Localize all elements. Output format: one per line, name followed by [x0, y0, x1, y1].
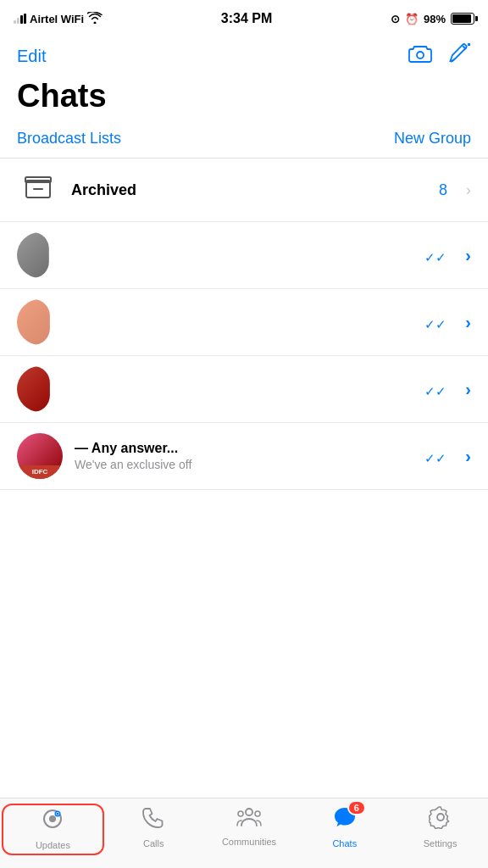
tab-label-chats: Chats — [332, 838, 357, 849]
settings-icon — [429, 805, 452, 835]
chats-icon: 6 — [332, 805, 358, 835]
chat-meta: ✓✓ — [424, 446, 446, 466]
chevron-icon: › — [465, 447, 471, 466]
chat-preview — [75, 392, 413, 405]
carrier-label: Airtel WiFi — [30, 13, 84, 25]
title-section: Chats — [0, 75, 488, 123]
header: Edit — [0, 37, 488, 75]
chat-meta: ✓✓ — [424, 245, 446, 265]
svg-point-13 — [437, 814, 444, 821]
tab-bar: Updates Calls Communities — [0, 798, 488, 868]
ring-icon: ⊙ — [391, 13, 400, 25]
updates-icon — [41, 807, 64, 837]
chat-name — [75, 239, 413, 256]
chat-info — [75, 373, 413, 405]
avatar — [17, 232, 63, 278]
page-title: Chats — [17, 78, 471, 114]
calls-icon — [141, 805, 165, 835]
chat-preview — [75, 325, 413, 338]
tab-item-settings[interactable]: Settings — [392, 805, 488, 849]
chat-item[interactable]: IDFC — Any answer... We've an exclusive … — [0, 423, 488, 490]
tab-item-chats[interactable]: 6 Chats — [297, 805, 392, 849]
chat-info: — Any answer... We've an exclusive off — [75, 441, 413, 471]
svg-point-9 — [57, 813, 59, 815]
status-time: 3:34 PM — [221, 11, 272, 26]
tab-item-calls[interactable]: Calls — [106, 805, 202, 849]
communities-icon — [236, 805, 262, 833]
svg-point-0 — [417, 52, 424, 58]
chat-info — [75, 306, 413, 338]
chats-badge: 6 — [347, 800, 366, 815]
double-tick-icon: ✓✓ — [424, 384, 446, 399]
tab-item-updates[interactable]: Updates — [2, 804, 104, 855]
status-bar: Airtel WiFi 3:34 PM ⊙ ⏰ 98% — [0, 0, 488, 37]
tab-label-communities: Communities — [222, 837, 276, 847]
tab-label-settings: Settings — [424, 838, 458, 849]
svg-point-10 — [246, 809, 252, 815]
new-group-button[interactable]: New Group — [394, 130, 471, 147]
avatar: IDFC — [17, 433, 63, 479]
battery-percent: 98% — [424, 13, 446, 25]
avatar — [17, 366, 63, 412]
archived-row[interactable]: Archived 8 › — [0, 159, 488, 222]
edit-button[interactable]: Edit — [17, 47, 46, 66]
archived-chevron: › — [466, 181, 471, 199]
archive-icon-container — [17, 169, 59, 211]
chat-item[interactable]: ✓✓ › — [0, 222, 488, 289]
status-left: Airtel WiFi — [14, 12, 103, 26]
double-tick-icon: ✓✓ — [424, 451, 446, 466]
status-right: ⊙ ⏰ 98% — [391, 13, 474, 25]
toolbar: Broadcast Lists New Group — [0, 123, 488, 159]
svg-point-12 — [255, 811, 260, 816]
wifi-icon — [87, 12, 103, 26]
chat-meta: ✓✓ — [424, 312, 446, 332]
chevron-icon: › — [465, 380, 471, 399]
chevron-icon: › — [465, 313, 471, 332]
archived-label: Archived — [71, 181, 427, 199]
chat-preview: We've an exclusive off — [75, 458, 413, 471]
chat-item[interactable]: ✓✓ › — [0, 289, 488, 356]
svg-point-11 — [238, 811, 243, 816]
alarm-icon: ⏰ — [405, 13, 419, 25]
archived-count: 8 — [439, 181, 447, 199]
header-icons — [408, 42, 471, 70]
battery-icon — [451, 13, 474, 25]
chat-name — [75, 306, 413, 323]
double-tick-icon: ✓✓ — [424, 250, 446, 265]
svg-point-6 — [49, 815, 56, 822]
chat-name: — Any answer... — [75, 441, 413, 456]
chat-list: Archived 8 › ✓✓ › ✓✓ › — [0, 159, 488, 490]
tab-label-calls: Calls — [143, 838, 164, 849]
compose-icon[interactable] — [449, 42, 471, 70]
broadcast-lists-button[interactable]: Broadcast Lists — [17, 130, 121, 147]
camera-icon[interactable] — [408, 43, 432, 69]
double-tick-icon: ✓✓ — [424, 317, 446, 332]
chat-info — [75, 239, 413, 271]
avatar — [17, 299, 63, 345]
tab-label-updates: Updates — [36, 840, 70, 850]
chat-item[interactable]: ✓✓ › — [0, 356, 488, 423]
tab-item-communities[interactable]: Communities — [202, 805, 297, 847]
signal-bars — [14, 14, 26, 24]
archive-icon — [25, 175, 52, 205]
chevron-icon: › — [465, 246, 471, 265]
svg-rect-1 — [468, 43, 470, 46]
chat-name — [75, 373, 413, 390]
chat-preview — [75, 258, 413, 271]
chat-meta: ✓✓ — [424, 379, 446, 399]
